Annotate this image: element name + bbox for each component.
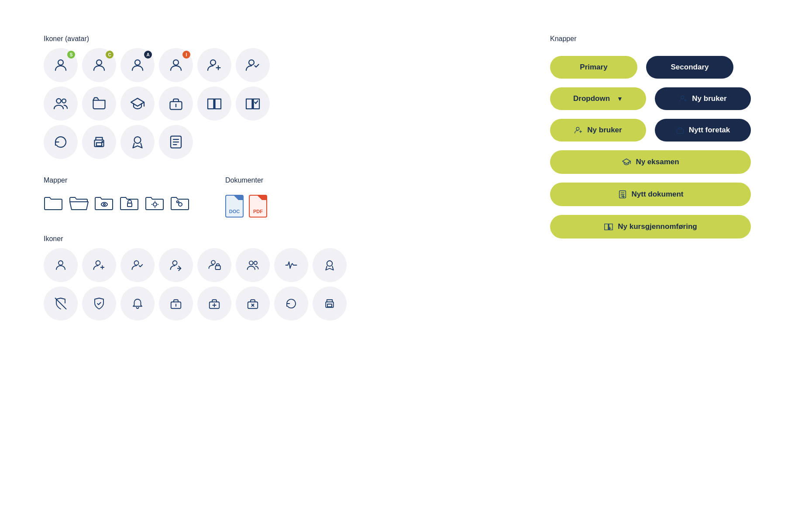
print2-icon [323,297,336,310]
book-open-icon [206,96,222,111]
user-single-icon [54,259,67,272]
avatar-item: S [44,48,78,82]
avatar-grid: S C A I [44,48,463,82]
svg-point-4 [210,60,216,65]
svg-point-7 [249,60,254,65]
svg-point-30 [96,261,100,265]
svg-point-39 [254,261,258,265]
briefcase-icon [168,96,184,111]
folder-lock-icon [120,195,140,211]
ny-kurs-button[interactable]: Ny kursgjennomføring [550,215,751,238]
svg-point-29 [58,261,63,265]
icon-award2 [313,248,347,282]
icon-shield-check [82,287,116,321]
icon-users [236,248,270,282]
refresh-icon [53,134,69,150]
svg-point-0 [58,60,63,65]
bottom-icons-row1 [44,248,463,282]
pdf-file-icon: PDF [249,195,267,218]
avatar-item [159,125,193,159]
nytt-foretak-button[interactable]: Nytt foretak [655,119,751,142]
svg-point-18 [102,142,103,142]
svg-point-1 [96,60,102,65]
buttons-row-6: Ny kursgjennomføring [550,215,768,238]
doc-file-icon: DOC [225,195,244,218]
svg-point-8 [56,99,61,104]
buttons-row-5: Nytt dokument [550,183,768,206]
icon-briefcase2 [159,287,193,321]
buttons-row-4: Ny eksamen [550,150,768,174]
user-icon [91,57,107,73]
svg-point-38 [249,261,253,265]
svg-point-28 [179,203,182,206]
svg-point-9 [62,99,66,103]
icon-pulse [274,248,308,282]
avatar-badge-a: A [144,51,152,59]
user-add-icon [206,57,222,73]
svg-rect-51 [327,304,332,307]
folders-docs-section: Mapper [44,176,463,218]
svg-rect-58 [677,129,683,134]
avatar-item [236,48,270,82]
buttons-row-2: Dropdown ▼ Ny bruker [550,87,768,110]
award2-icon [323,259,336,272]
folder-settings2-icon [170,195,190,211]
documents-title: Dokumenter [225,176,267,184]
user-arrow-icon [169,259,182,272]
briefcase-x-icon [246,297,259,310]
avatar-badge-i: I [182,51,190,59]
dropdown-button[interactable]: Dropdown ▼ [550,87,646,110]
icon-user [44,248,78,282]
svg-point-34 [173,261,177,265]
buttons-panel: Knapper Primary Secondary Dropdown ▼ Ny … [550,35,768,321]
svg-marker-10 [131,98,144,106]
graduation-icon [130,96,145,111]
ny-eksamen-button[interactable]: Ny eksamen [550,150,751,174]
ny-bruker-primary-button[interactable]: Ny bruker [550,119,646,142]
user-add-btn2-icon [574,126,583,135]
icon-user-briefcase [197,248,231,282]
avatar-item: A [120,48,155,82]
svg-point-40 [327,261,333,266]
misc-icon-grid-2 [44,125,463,159]
avatar-item [236,86,270,121]
document-btn-icon [618,190,627,199]
svg-point-52 [681,96,684,99]
icon-bell [120,287,155,321]
folder-settings-icon [145,195,165,211]
secondary-button[interactable]: Secondary [646,56,733,79]
avatar-badge-c: C [106,51,114,59]
avatar-item [120,86,155,121]
icon-user-arrow [159,248,193,282]
avatar-section: Ikoner (avatar) S C A [44,35,463,159]
icon-briefcase-x [236,287,270,321]
user-plus-icon [93,259,106,272]
briefcase2-icon [169,297,182,310]
avatar-item [44,86,78,121]
avatar-item [82,86,116,121]
user-briefcase-icon [208,259,221,272]
primary-button[interactable]: Primary [550,56,637,79]
svg-rect-37 [216,266,220,269]
ny-bruker-secondary-button[interactable]: Ny bruker [655,87,751,110]
folder-icon [91,96,107,111]
misc-icon-grid [44,86,463,121]
avatar-item [197,48,231,82]
icon-user-add [82,248,116,282]
svg-point-3 [173,60,179,65]
svg-point-25 [103,204,105,205]
folder-eye-icon [94,195,114,211]
buttons-row-3: Ny bruker Nytt foretak [550,119,768,142]
docs-row: DOC PDF [225,195,267,218]
list-icon [168,134,184,150]
svg-rect-26 [127,203,132,207]
nytt-dokument-button[interactable]: Nytt dokument [550,183,751,206]
print-icon [91,134,107,150]
avatar-item: C [82,48,116,82]
user-checkmark-icon [131,259,144,272]
svg-point-27 [153,203,157,206]
course-btn-icon [604,222,613,231]
user-icon [53,57,69,73]
svg-point-2 [135,60,140,65]
icon-briefcase-add [197,287,231,321]
